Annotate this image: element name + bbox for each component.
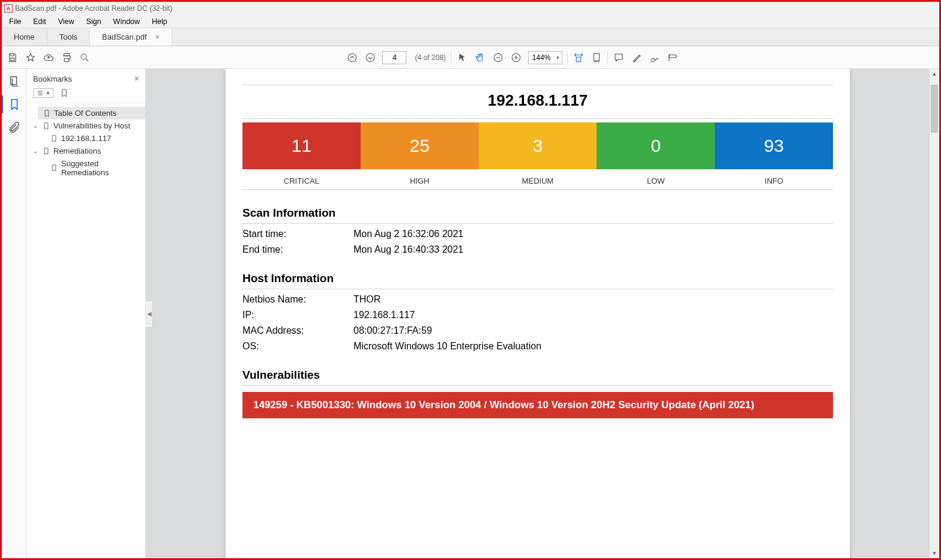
menu-help[interactable]: Help — [146, 16, 173, 27]
menu-file[interactable]: File — [3, 16, 27, 27]
chevron-down-icon[interactable]: ⌄ — [32, 122, 39, 129]
scroll-thumb[interactable] — [931, 85, 938, 133]
chevron-down-icon[interactable]: ⌄ — [32, 148, 39, 154]
severity-low-count: 0 — [597, 122, 715, 169]
close-tab-icon[interactable]: × — [155, 32, 160, 41]
bookmark-label: Remediations — [53, 146, 101, 155]
bookmarks-icon[interactable] — [8, 98, 21, 111]
zoom-in-icon[interactable] — [510, 52, 522, 64]
fit-page-icon[interactable] — [591, 52, 603, 64]
svg-rect-9 — [594, 53, 599, 61]
menu-bar: File Edit View Sign Window Help — [2, 15, 939, 28]
vertical-scrollbar[interactable]: ▲ ▼ — [930, 69, 939, 558]
scroll-down-icon[interactable]: ▼ — [930, 549, 939, 558]
info-value: Mon Aug 2 16:32:06 2021 — [353, 229, 833, 239]
zoom-out-icon[interactable] — [492, 52, 504, 64]
collapse-sidebar-handle[interactable]: ◀ — [146, 300, 153, 328]
navigation-rail — [2, 69, 27, 558]
info-value: 192.168.1.117 — [353, 310, 833, 321]
content-row: Bookmarks × ▼ Table Of Contents ⌄ Vulner… — [2, 69, 939, 558]
pointer-icon[interactable] — [456, 52, 468, 64]
menu-sign[interactable]: Sign — [80, 16, 107, 27]
svg-rect-2 — [64, 58, 69, 61]
tab-document[interactable]: BadScan.pdf × — [90, 28, 172, 46]
page-down-icon[interactable] — [364, 52, 376, 64]
svg-rect-8 — [576, 57, 581, 62]
svg-point-3 — [81, 54, 86, 59]
menu-edit[interactable]: Edit — [27, 16, 52, 27]
sign-icon[interactable] — [649, 52, 661, 64]
info-key: IP: — [242, 310, 353, 321]
menu-window[interactable]: Window — [107, 16, 146, 27]
tab-tools[interactable]: Tools — [47, 28, 90, 46]
menu-view[interactable]: View — [52, 16, 80, 27]
save-icon[interactable] — [7, 52, 19, 64]
bookmark-item-toc[interactable]: Table Of Contents — [38, 107, 145, 119]
find-bookmark-icon[interactable] — [59, 88, 69, 98]
info-key: OS: — [242, 341, 353, 352]
document-scroll[interactable]: 192.168.1.117 11 25 3 0 93 CRITICAL HIGH… — [146, 69, 930, 558]
severity-grid: 11 25 3 0 93 — [242, 122, 833, 169]
host-info-heading: Host Information — [242, 272, 833, 285]
tab-home[interactable]: Home — [2, 28, 47, 46]
panel-title: Bookmarks — [33, 74, 72, 83]
search-icon[interactable] — [79, 52, 91, 64]
bookmark-options-icon[interactable]: ▼ — [33, 88, 53, 98]
bookmark-icon — [50, 164, 58, 172]
svg-rect-0 — [11, 58, 14, 61]
info-key: MAC Address: — [242, 325, 353, 336]
page-up-icon[interactable] — [346, 52, 358, 64]
scroll-up-icon[interactable]: ▲ — [930, 69, 939, 79]
divider — [242, 223, 833, 224]
attachments-icon[interactable] — [8, 121, 21, 134]
severity-critical-count: 11 — [242, 122, 361, 169]
fit-width-icon[interactable] — [573, 52, 585, 64]
vulnerability-item-critical: 149259 - KB5001330: Windows 10 Version 2… — [242, 392, 833, 418]
zoom-value: 144% — [532, 53, 551, 62]
info-row-os: OS: Microsoft Windows 10 Enterprise Eval… — [242, 341, 833, 352]
divider — [242, 189, 833, 190]
page-number-input[interactable] — [382, 51, 406, 64]
print-icon[interactable] — [61, 52, 73, 64]
comment-icon[interactable] — [613, 52, 625, 64]
scroll-track[interactable] — [930, 79, 939, 549]
severity-labels: CRITICAL HIGH MEDIUM LOW INFO — [242, 176, 833, 185]
info-row-mac: MAC Address: 08:00:27:17:FA:59 — [242, 325, 833, 336]
info-row-end: End time: Mon Aug 2 16:40:33 2021 — [242, 244, 833, 255]
stamp-icon[interactable] — [667, 52, 679, 64]
severity-info-label: INFO — [715, 176, 833, 185]
divider — [242, 85, 833, 85]
separator — [567, 51, 568, 64]
close-panel-icon[interactable]: × — [134, 74, 139, 83]
bookmark-icon — [42, 122, 50, 130]
severity-critical-label: CRITICAL — [242, 176, 361, 185]
tab-bar: Home Tools BadScan.pdf × — [2, 28, 939, 46]
hand-icon[interactable] — [474, 52, 486, 64]
severity-low-label: LOW — [597, 176, 715, 185]
acrobat-app-icon: A — [4, 4, 13, 13]
svg-point-5 — [367, 53, 375, 62]
severity-high-count: 25 — [361, 122, 479, 169]
separator — [451, 51, 451, 64]
info-value: Microsoft Windows 10 Enterprise Evaluati… — [353, 341, 833, 352]
highlight-icon[interactable] — [631, 52, 643, 64]
bookmark-label: Table Of Contents — [54, 109, 116, 118]
pdf-page: 192.168.1.117 11 25 3 0 93 CRITICAL HIGH… — [226, 69, 850, 558]
info-value: 08:00:27:17:FA:59 — [353, 325, 833, 336]
cloud-upload-icon[interactable] — [43, 52, 55, 64]
bookmark-item-remediations[interactable]: ⌄ Remediations — [27, 145, 145, 157]
bookmark-item-vuln-by-host[interactable]: ⌄ Vulnerabilities by Host — [27, 119, 145, 132]
bookmark-item-suggested[interactable]: Suggested Remediations — [45, 157, 145, 179]
tab-tools-label: Tools — [59, 32, 77, 41]
tab-document-label: BadScan.pdf — [102, 32, 146, 41]
bookmark-item-host-192[interactable]: 192.168.1.117 — [45, 132, 145, 145]
title-bar: A BadScan.pdf - Adobe Acrobat Reader DC … — [2, 2, 939, 15]
toolbar: (4 of 208) 144% — [2, 46, 939, 69]
zoom-select[interactable]: 144% — [528, 51, 562, 64]
tab-home-label: Home — [14, 32, 35, 41]
info-value: THOR — [353, 294, 833, 305]
bookmark-icon — [50, 134, 58, 143]
thumbnails-icon[interactable] — [8, 75, 21, 88]
star-icon[interactable] — [25, 52, 37, 64]
severity-medium-count: 3 — [479, 122, 597, 169]
